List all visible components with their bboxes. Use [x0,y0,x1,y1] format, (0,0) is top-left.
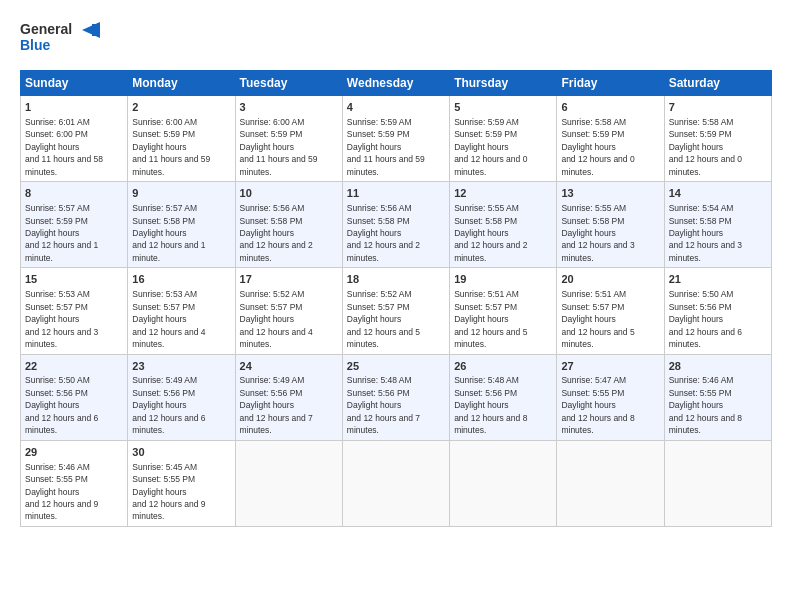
calendar-day-cell: 27Sunrise: 5:47 AMSunset: 5:55 PMDayligh… [557,354,664,440]
calendar-day-cell: 26Sunrise: 5:48 AMSunset: 5:56 PMDayligh… [450,354,557,440]
day-info: Sunrise: 5:53 AMSunset: 5:57 PMDaylight … [132,289,205,349]
day-info: Sunrise: 5:58 AMSunset: 5:59 PMDaylight … [669,117,742,177]
calendar-day-cell: 23Sunrise: 5:49 AMSunset: 5:56 PMDayligh… [128,354,235,440]
weekday-header-monday: Monday [128,71,235,96]
calendar-day-cell: 7Sunrise: 5:58 AMSunset: 5:59 PMDaylight… [664,96,771,182]
calendar-day-cell: 20Sunrise: 5:51 AMSunset: 5:57 PMDayligh… [557,268,664,354]
day-number: 27 [561,359,659,374]
calendar-day-cell [342,440,449,526]
day-info: Sunrise: 5:46 AMSunset: 5:55 PMDaylight … [669,375,742,435]
day-info: Sunrise: 5:50 AMSunset: 5:56 PMDaylight … [669,289,742,349]
calendar-week-row: 15Sunrise: 5:53 AMSunset: 5:57 PMDayligh… [21,268,772,354]
day-info: Sunrise: 5:56 AMSunset: 5:58 PMDaylight … [347,203,420,263]
weekday-header-friday: Friday [557,71,664,96]
day-info: Sunrise: 5:50 AMSunset: 5:56 PMDaylight … [25,375,98,435]
day-number: 6 [561,100,659,115]
day-info: Sunrise: 5:57 AMSunset: 5:59 PMDaylight … [25,203,98,263]
calendar-day-cell: 17Sunrise: 5:52 AMSunset: 5:57 PMDayligh… [235,268,342,354]
day-info: Sunrise: 5:47 AMSunset: 5:55 PMDaylight … [561,375,634,435]
day-info: Sunrise: 5:45 AMSunset: 5:55 PMDaylight … [132,462,205,522]
calendar-day-cell: 12Sunrise: 5:55 AMSunset: 5:58 PMDayligh… [450,182,557,268]
day-info: Sunrise: 6:01 AMSunset: 6:00 PMDaylight … [25,117,103,177]
day-number: 1 [25,100,123,115]
calendar-day-cell [235,440,342,526]
weekday-header-wednesday: Wednesday [342,71,449,96]
day-info: Sunrise: 6:00 AMSunset: 5:59 PMDaylight … [240,117,318,177]
calendar-week-row: 1Sunrise: 6:01 AMSunset: 6:00 PMDaylight… [21,96,772,182]
day-info: Sunrise: 5:49 AMSunset: 5:56 PMDaylight … [240,375,313,435]
logo: General Blue [20,16,100,60]
day-number: 25 [347,359,445,374]
day-number: 2 [132,100,230,115]
calendar-day-cell: 2Sunrise: 6:00 AMSunset: 5:59 PMDaylight… [128,96,235,182]
calendar-day-cell: 9Sunrise: 5:57 AMSunset: 5:58 PMDaylight… [128,182,235,268]
day-info: Sunrise: 5:58 AMSunset: 5:59 PMDaylight … [561,117,634,177]
day-number: 7 [669,100,767,115]
calendar-day-cell: 15Sunrise: 5:53 AMSunset: 5:57 PMDayligh… [21,268,128,354]
day-number: 11 [347,186,445,201]
calendar-day-cell: 28Sunrise: 5:46 AMSunset: 5:55 PMDayligh… [664,354,771,440]
calendar-day-cell [664,440,771,526]
day-number: 22 [25,359,123,374]
day-number: 19 [454,272,552,287]
svg-text:General: General [20,21,72,37]
day-info: Sunrise: 5:46 AMSunset: 5:55 PMDaylight … [25,462,98,522]
day-number: 28 [669,359,767,374]
weekday-header-tuesday: Tuesday [235,71,342,96]
day-number: 10 [240,186,338,201]
calendar-week-row: 29Sunrise: 5:46 AMSunset: 5:55 PMDayligh… [21,440,772,526]
day-info: Sunrise: 5:53 AMSunset: 5:57 PMDaylight … [25,289,98,349]
day-info: Sunrise: 5:51 AMSunset: 5:57 PMDaylight … [454,289,527,349]
calendar-day-cell: 13Sunrise: 5:55 AMSunset: 5:58 PMDayligh… [557,182,664,268]
weekday-header-row: SundayMondayTuesdayWednesdayThursdayFrid… [21,71,772,96]
day-info: Sunrise: 5:55 AMSunset: 5:58 PMDaylight … [454,203,527,263]
day-info: Sunrise: 5:51 AMSunset: 5:57 PMDaylight … [561,289,634,349]
day-info: Sunrise: 5:48 AMSunset: 5:56 PMDaylight … [347,375,420,435]
calendar-week-row: 8Sunrise: 5:57 AMSunset: 5:59 PMDaylight… [21,182,772,268]
day-number: 12 [454,186,552,201]
day-number: 23 [132,359,230,374]
svg-text:Blue: Blue [20,37,51,53]
calendar-day-cell: 16Sunrise: 5:53 AMSunset: 5:57 PMDayligh… [128,268,235,354]
day-number: 5 [454,100,552,115]
weekday-header-sunday: Sunday [21,71,128,96]
day-number: 15 [25,272,123,287]
logo-icon: General Blue [20,16,100,56]
day-info: Sunrise: 5:48 AMSunset: 5:56 PMDaylight … [454,375,527,435]
calendar-day-cell: 6Sunrise: 5:58 AMSunset: 5:59 PMDaylight… [557,96,664,182]
calendar-day-cell [450,440,557,526]
calendar-table: SundayMondayTuesdayWednesdayThursdayFrid… [20,70,772,527]
day-number: 24 [240,359,338,374]
day-number: 3 [240,100,338,115]
calendar-day-cell: 11Sunrise: 5:56 AMSunset: 5:58 PMDayligh… [342,182,449,268]
svg-marker-3 [82,22,100,38]
calendar-day-cell: 14Sunrise: 5:54 AMSunset: 5:58 PMDayligh… [664,182,771,268]
calendar-day-cell: 5Sunrise: 5:59 AMSunset: 5:59 PMDaylight… [450,96,557,182]
calendar-day-cell: 1Sunrise: 6:01 AMSunset: 6:00 PMDaylight… [21,96,128,182]
day-info: Sunrise: 5:55 AMSunset: 5:58 PMDaylight … [561,203,634,263]
day-number: 17 [240,272,338,287]
calendar-week-row: 22Sunrise: 5:50 AMSunset: 5:56 PMDayligh… [21,354,772,440]
day-info: Sunrise: 6:00 AMSunset: 5:59 PMDaylight … [132,117,210,177]
calendar-day-cell: 25Sunrise: 5:48 AMSunset: 5:56 PMDayligh… [342,354,449,440]
day-number: 21 [669,272,767,287]
weekday-header-thursday: Thursday [450,71,557,96]
day-info: Sunrise: 5:59 AMSunset: 5:59 PMDaylight … [454,117,527,177]
day-number: 29 [25,445,123,460]
day-number: 8 [25,186,123,201]
day-info: Sunrise: 5:49 AMSunset: 5:56 PMDaylight … [132,375,205,435]
page-header: General Blue [20,16,772,60]
day-info: Sunrise: 5:59 AMSunset: 5:59 PMDaylight … [347,117,425,177]
day-number: 13 [561,186,659,201]
day-info: Sunrise: 5:52 AMSunset: 5:57 PMDaylight … [347,289,420,349]
calendar-day-cell: 19Sunrise: 5:51 AMSunset: 5:57 PMDayligh… [450,268,557,354]
calendar-page: General Blue SundayMondayTuesdayWednesda… [0,0,792,612]
day-info: Sunrise: 5:54 AMSunset: 5:58 PMDaylight … [669,203,742,263]
calendar-day-cell: 22Sunrise: 5:50 AMSunset: 5:56 PMDayligh… [21,354,128,440]
calendar-day-cell: 3Sunrise: 6:00 AMSunset: 5:59 PMDaylight… [235,96,342,182]
day-number: 14 [669,186,767,201]
calendar-day-cell: 8Sunrise: 5:57 AMSunset: 5:59 PMDaylight… [21,182,128,268]
calendar-day-cell: 24Sunrise: 5:49 AMSunset: 5:56 PMDayligh… [235,354,342,440]
day-number: 26 [454,359,552,374]
calendar-day-cell: 29Sunrise: 5:46 AMSunset: 5:55 PMDayligh… [21,440,128,526]
